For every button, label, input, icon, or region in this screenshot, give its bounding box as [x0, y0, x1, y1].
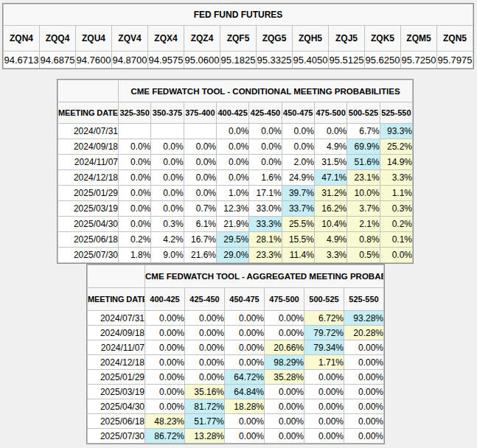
rate-range-header: 475-500	[265, 288, 304, 311]
probability-cell: 0.00%	[185, 355, 225, 370]
probability-cell: 31.2%	[314, 186, 347, 201]
meeting-date-cell: 2025/01/29	[88, 370, 145, 385]
probability-cell: 21.9%	[216, 217, 248, 232]
probability-cell: 23.1%	[347, 170, 380, 186]
probability-cell: 14.9%	[380, 155, 412, 170]
probability-cell: 0.00%	[265, 326, 304, 340]
probability-cell: 1.8%	[119, 248, 151, 263]
meeting-date-cell: 2025/03/19	[88, 385, 145, 399]
probability-cell: 1.6%	[249, 170, 282, 186]
futures-price-cell: 95.7250	[401, 52, 437, 69]
meeting-date-cell: 2025/07/30	[88, 429, 145, 444]
meeting-date-header: MEETING DATE	[88, 288, 145, 311]
probability-cell: 0.0%	[282, 139, 314, 155]
futures-price-cell: 95.6250	[365, 52, 401, 69]
probability-cell: 21.6%	[184, 248, 216, 263]
probability-cell: 0.00%	[304, 385, 344, 399]
probability-cell: 0.0%	[119, 201, 151, 217]
conditional-probabilities-table: CME FEDWATCH TOOL - CONDITIONAL MEETING …	[57, 79, 414, 264]
probability-cell: 0.00%	[304, 399, 344, 414]
futures-header-row: ZQN4ZQQ4ZQU4ZQV4ZQX4ZQZ4ZQF5ZQG5ZQH5ZQJ5…	[4, 26, 473, 52]
probability-cell: 0.0%	[249, 124, 282, 139]
futures-contract-header: ZQH5	[293, 26, 329, 52]
rate-range-header: 425-450	[249, 102, 282, 124]
probability-cell: 0.00%	[185, 370, 225, 385]
probability-cell: 10.0%	[347, 186, 380, 201]
probability-cell: 4.2%	[151, 232, 184, 248]
probability-cell: 98.29%	[265, 355, 304, 370]
probability-cell: 0.3%	[380, 201, 412, 217]
aggregated-data-row: 2024/09/180.00%0.00%0.00%0.00%79.72%20.2…	[88, 326, 384, 340]
meeting-date-cell: 2024/12/18	[58, 170, 119, 186]
probability-cell: 69.9%	[347, 139, 380, 155]
conditional-header-row: MEETING DATE325-350350-375375-400400-425…	[58, 102, 413, 124]
rate-range-header: 400-425	[216, 102, 248, 124]
probability-cell: 0.0%	[151, 170, 184, 186]
meeting-date-cell: 2025/06/18	[88, 414, 145, 429]
aggregated-probabilities-table: CME FEDWATCH TOOL - AGGREGATED MEETING P…	[86, 264, 385, 444]
futures-contract-header: ZQZ4	[184, 26, 220, 52]
futures-contract-header: ZQX4	[148, 26, 184, 52]
probability-cell: 3.7%	[347, 201, 380, 217]
aggregated-title-row: CME FEDWATCH TOOL - AGGREGATED MEETING P…	[88, 265, 384, 288]
probability-cell: 35.28%	[265, 370, 304, 385]
probability-cell: 16.2%	[314, 201, 347, 217]
futures-price-cell: 95.3325	[257, 52, 293, 69]
probability-cell: 0.0%	[249, 155, 282, 170]
meeting-date-cell: 2024/07/31	[88, 311, 145, 326]
probability-cell: 0.7%	[184, 201, 216, 217]
meeting-date-cell: 2025/04/30	[88, 399, 145, 414]
probability-cell: 20.28%	[344, 326, 384, 340]
probability-cell: 0.00%	[225, 311, 265, 326]
probability-cell: 51.77%	[185, 414, 225, 429]
probability-cell: 0.8%	[347, 232, 380, 248]
probability-cell: 23.3%	[249, 248, 282, 263]
conditional-title-row: CME FEDWATCH TOOL - CONDITIONAL MEETING …	[58, 80, 413, 102]
futures-price-cell: 94.6713	[4, 52, 40, 69]
rate-range-header: 500-525	[347, 102, 380, 124]
probability-cell: 2.0%	[282, 155, 314, 170]
fed-fund-futures-grid: FED FUND FUTURESZQN4ZQQ4ZQU4ZQV4ZQX4ZQZ4…	[3, 4, 473, 69]
probability-cell: 0.0%	[216, 170, 248, 186]
rate-range-header: 325-350	[119, 102, 151, 124]
aggregated-header-row: MEETING DATE400-425425-450450-475475-500…	[88, 288, 384, 311]
fed-fund-futures-table: FED FUND FUTURESZQN4ZQQ4ZQU4ZQV4ZQX4ZQZ4…	[2, 3, 474, 69]
probability-cell: 2.1%	[347, 217, 380, 232]
probability-cell: 0.0%	[216, 124, 248, 139]
probability-cell: 25.2%	[380, 139, 412, 155]
probability-cell: 0.0%	[184, 186, 216, 201]
aggregated-data-row: 2025/07/3086.72%13.28%0.00%0.00%0.00%0.0…	[88, 429, 384, 444]
futures-contract-header: ZQN5	[437, 26, 473, 52]
probability-cell: 0.00%	[225, 414, 265, 429]
conditional-probabilities-grid: CME FEDWATCH TOOL - CONDITIONAL MEETING …	[58, 80, 413, 263]
futures-price-cell: 94.7600	[76, 52, 112, 69]
meeting-date-cell: 2025/03/19	[58, 201, 119, 217]
probability-cell: 0.3%	[151, 217, 184, 232]
probability-cell: 0.00%	[344, 429, 384, 444]
meeting-date-cell: 2025/07/30	[58, 248, 119, 263]
probability-cell: 0.00%	[145, 340, 185, 355]
meeting-date-cell: 2025/06/18	[58, 232, 119, 248]
rate-range-header: 400-425	[145, 288, 185, 311]
probability-cell: 79.72%	[304, 326, 344, 340]
futures-contract-header: ZQG5	[257, 26, 293, 52]
probability-cell: 0.0%	[184, 170, 216, 186]
aggregated-data-row: 2025/06/1848.23%51.77%0.00%0.00%0.00%0.0…	[88, 414, 384, 429]
aggregated-probabilities-grid: CME FEDWATCH TOOL - AGGREGATED MEETING P…	[87, 265, 384, 444]
meeting-date-cell: 2024/11/07	[88, 340, 145, 355]
aggregated-corner-cell	[88, 265, 145, 288]
probability-cell: 0.00%	[185, 311, 225, 326]
probability-cell: 79.34%	[304, 340, 344, 355]
futures-value-row: 94.671394.687594.760094.870094.957595.06…	[4, 52, 473, 69]
probability-cell: 12.3%	[216, 201, 248, 217]
aggregated-data-row: 2025/03/190.00%35.16%64.84%0.00%0.00%0.0…	[88, 385, 384, 399]
probability-cell: 3.3%	[314, 248, 347, 263]
probability-cell: 13.28%	[185, 429, 225, 444]
probability-cell: 0.0%	[151, 139, 184, 155]
meeting-date-cell: 2024/07/31	[58, 124, 119, 139]
probability-cell: 4.9%	[314, 139, 347, 155]
futures-price-cell: 94.8700	[112, 52, 148, 69]
probability-cell: 93.3%	[380, 124, 412, 139]
probability-cell: 33.3%	[249, 217, 282, 232]
rate-range-header: 375-400	[184, 102, 216, 124]
